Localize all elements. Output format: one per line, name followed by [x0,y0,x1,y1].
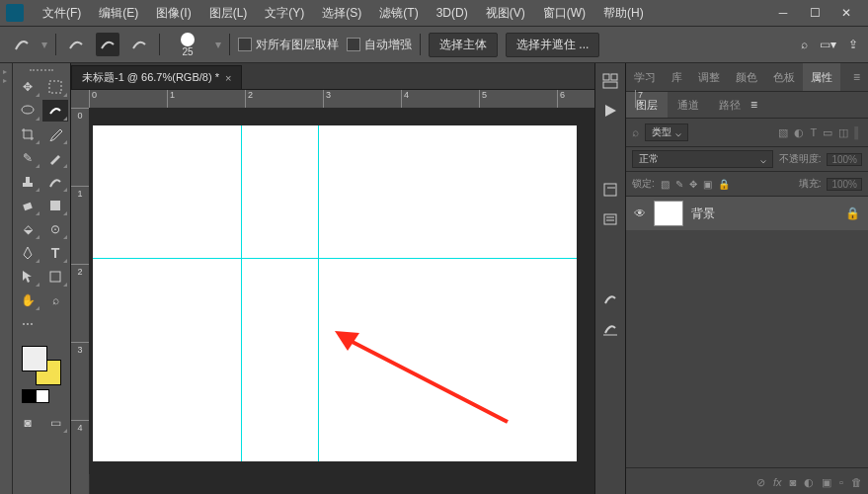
adjustment-icon[interactable]: ◐ [804,476,814,489]
menu-3d[interactable]: 3D(D) [428,6,477,20]
group-icon[interactable]: ▣ [822,476,831,489]
color-swatches[interactable] [22,346,61,385]
menu-edit[interactable]: 编辑(E) [90,5,147,22]
select-and-mask-button[interactable]: 选择并遮住 ... [506,33,599,57]
healing-tool[interactable]: ✎ [15,147,40,169]
workspace-icon[interactable]: ▭▾ [820,38,836,51]
tool-preset-icon[interactable] [10,33,34,56]
mask-icon[interactable]: ◙ [789,476,796,488]
layer-row-background[interactable]: 👁 背景 🔒 [626,197,868,230]
lock-icon[interactable]: 🔒 [845,206,860,220]
eyedropper-tool[interactable] [42,124,68,145]
canvas-viewport[interactable] [89,108,594,474]
lock-artboard-icon[interactable]: ▣ [703,179,712,190]
eraser-tool[interactable] [15,195,40,216]
filter-type-icon[interactable]: T [810,126,817,139]
filter-adjust-icon[interactable]: ◐ [794,126,804,139]
toolbar-collapse-strip[interactable]: ▸▸ [0,63,13,494]
dodge-tool[interactable]: ⊙ [42,218,68,240]
window-minimize-button[interactable]: ─ [769,4,797,22]
fx-icon[interactable]: fx [773,476,782,488]
fill-field[interactable]: 100% [827,178,862,191]
tab-swatches[interactable]: 色板 [765,63,803,91]
tab-properties[interactable]: 属性 [803,63,840,91]
guide-vertical[interactable] [318,125,319,461]
menu-image[interactable]: 图像(I) [147,5,199,22]
pen-tool[interactable] [15,242,40,264]
lock-position-icon[interactable]: ✥ [689,179,697,190]
crop-tool[interactable] [15,124,40,145]
menu-type[interactable]: 文字(Y) [256,5,313,22]
auto-enhance-checkbox[interactable]: 自动增强 [347,37,412,53]
search-icon[interactable]: ⌕ [801,38,808,51]
brush-tool[interactable] [42,147,68,169]
canvas[interactable] [93,125,577,461]
new-layer-icon[interactable]: ▫ [839,476,843,488]
menu-view[interactable]: 视图(V) [477,5,534,22]
zoom-tool[interactable]: ⌕ [42,289,68,311]
menu-window[interactable]: 窗口(W) [534,5,594,22]
lasso-tool[interactable] [15,100,40,122]
history-panel-icon[interactable] [600,180,620,200]
share-icon[interactable]: ⇪ [848,38,858,51]
filter-kind-dropdown[interactable]: 类型 ⌵ [645,124,688,141]
sample-all-layers-checkbox[interactable]: 对所有图层取样 [238,37,339,53]
filter-pixel-icon[interactable]: ▧ [778,126,788,139]
marquee-tool[interactable] [42,76,68,98]
tab-color[interactable]: 颜色 [728,63,765,91]
vertical-ruler[interactable]: 01 23 4 [71,108,90,494]
opacity-field[interactable]: 100% [827,153,862,166]
blur-tool[interactable]: ⬙ [15,218,40,240]
filter-toggle-icon[interactable]: ▌ [854,126,862,139]
menu-filter[interactable]: 滤镜(T) [370,5,427,22]
guide-vertical[interactable] [241,125,242,461]
select-subject-button[interactable]: 选择主体 [429,33,498,57]
menu-select[interactable]: 选择(S) [313,5,370,22]
history-brush-tool[interactable] [42,171,68,193]
lock-paint-icon[interactable]: ✎ [675,179,683,190]
path-select-tool[interactable] [15,266,40,288]
visibility-toggle-icon[interactable]: 👁 [634,206,646,220]
info-panel-icon[interactable] [600,209,620,229]
intersect-selection-icon[interactable] [127,33,151,56]
filter-shape-icon[interactable]: ▭ [823,126,832,139]
screen-mode-icon[interactable]: ▭ [42,412,68,434]
guide-horizontal[interactable] [93,258,577,259]
filter-smart-icon[interactable]: ◫ [838,126,848,139]
layer-thumbnail[interactable] [654,201,683,226]
tab-paths[interactable]: 路径 [709,92,750,118]
menu-file[interactable]: 文件(F) [34,5,90,22]
default-colors-icon[interactable] [22,389,61,403]
quick-select-tool[interactable] [42,100,68,122]
brush-settings-icon[interactable] [600,318,620,338]
quick-mask-icon[interactable]: ◙ [15,412,40,434]
subtract-selection-icon[interactable] [96,33,119,56]
document-tab[interactable]: 未标题-1 @ 66.7%(RGB/8) * × [71,65,242,89]
gradient-tool[interactable] [42,195,68,216]
window-maximize-button[interactable]: ☐ [801,4,829,22]
brush-panel-icon[interactable] [600,288,620,308]
move-tool[interactable]: ✥ [15,76,40,98]
lock-all-icon[interactable]: 🔒 [718,179,730,190]
link-layers-icon[interactable]: ⊘ [756,476,765,489]
menu-layer[interactable]: 图层(L) [200,5,257,22]
shape-tool[interactable] [42,266,68,288]
tab-learn[interactable]: 学习 [626,63,664,91]
blend-mode-dropdown[interactable]: 正常⌵ [632,150,773,168]
foreground-color-swatch[interactable] [22,346,47,371]
brush-preview[interactable]: 25 [168,31,207,58]
layer-name[interactable]: 背景 [691,206,715,222]
close-tab-icon[interactable]: × [225,72,231,84]
tab-library[interactable]: 库 [664,63,690,91]
hand-tool[interactable]: ✋ [15,289,40,311]
window-close-button[interactable]: ✕ [832,4,860,22]
horizontal-ruler[interactable]: 01 23 45 67 [89,90,594,109]
lock-pixels-icon[interactable]: ▧ [661,179,670,190]
edit-toolbar[interactable]: ⋯ [15,313,40,335]
arrange-icon[interactable] [600,71,620,91]
trash-icon[interactable]: 🗑 [851,476,862,488]
menu-help[interactable]: 帮助(H) [594,5,653,22]
add-selection-icon[interactable] [64,33,88,56]
panel-menu-icon[interactable]: ≡ [845,70,868,84]
panel-menu-icon[interactable]: ≡ [750,98,757,112]
